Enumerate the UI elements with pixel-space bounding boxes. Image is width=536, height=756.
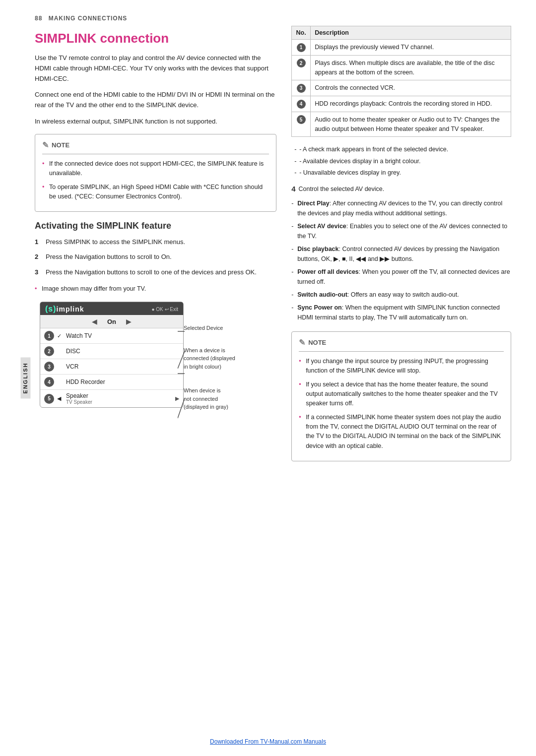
device-label-2: DISC (66, 348, 179, 355)
note-box-1: ✎ NOTE If the connected device does not … (35, 134, 276, 212)
device-row-2: 2 DISC (40, 344, 183, 359)
table-header-desc: Description (311, 26, 511, 40)
simplink-diagram: (s)implink ● OK ↩ Exit ◀ On ▶ 1 (40, 302, 184, 408)
page-container: ENGLISH 88 MAKING CONNECTIONS SIMPLINK c… (0, 0, 536, 756)
language-sidebar: ENGLISH (20, 358, 30, 399)
device-num-2: 2 (44, 346, 54, 356)
intro-paragraph-3: In wireless external output, SIMPLINK fu… (35, 117, 276, 127)
control-sub-5: Switch audio-out: Offers an easy way to … (291, 290, 511, 300)
simplink-controls: ● OK ↩ Exit (152, 307, 179, 312)
note-list-1: If the connected device does not support… (42, 159, 269, 202)
device-check-1: ✓ (57, 333, 64, 339)
annotation-arrows (178, 326, 217, 455)
footer-link[interactable]: Downloaded From TV-Manual.com Manuals (210, 738, 326, 745)
table-row-5: 5 Audio out to home theater speaker or A… (292, 112, 511, 137)
device-label-3: VCR (66, 363, 179, 370)
simplink-logo: (s)implink (45, 305, 84, 314)
table-desc-1: Displays the previously viewed TV channe… (311, 40, 511, 56)
device-check-5: ◀ (57, 395, 64, 402)
table-no-5: 5 (292, 112, 311, 137)
diagram-wrapper: (s)implink ● OK ↩ Exit ◀ On ▶ 1 (35, 297, 276, 413)
section-title: SIMPLINK connection (35, 31, 276, 46)
simplink-header: (s)implink ● OK ↩ Exit (40, 302, 183, 315)
note-label-2: ✎ NOTE (299, 338, 504, 347)
step-2: 2 Press the Navigation buttons to scroll… (35, 252, 276, 262)
step-3: 3 Press the Navigation buttons to scroll… (35, 267, 276, 277)
control-text: Control the selected AV device. (298, 185, 384, 194)
table-desc-3: Controls the connected VCR. (311, 80, 511, 96)
svg-line-3 (178, 398, 185, 418)
table-no-4: 4 (292, 96, 311, 112)
control-sub-3: Disc playback: Control connected AV devi… (291, 244, 511, 264)
note-item-2-3: If a connected SIMPLINK home theater sys… (299, 413, 504, 451)
device-num-1: 1 (44, 331, 54, 341)
control-sub-list: Direct Play: After connecting AV devices… (291, 198, 511, 322)
right-arrow[interactable]: ▶ (126, 317, 132, 325)
steps-list: 1 Press SIMPINK to access the SIMPLINK m… (35, 237, 276, 277)
table-no-3: 3 (292, 80, 311, 96)
control-number: 4 (291, 185, 295, 193)
page-number: 88 MAKING CONNECTIONS (35, 15, 511, 22)
device-label-1: Watch TV (66, 332, 179, 339)
control-item-header: 4 Control the selected AV device. (291, 185, 511, 194)
svg-line-1 (178, 351, 185, 369)
check-bullet-1: - A check mark appears in front of the s… (294, 145, 511, 154)
left-arrow[interactable]: ◀ (92, 317, 97, 325)
on-text: On (107, 318, 116, 325)
note-item-1-2: To operate SIMPLINK, an High Speed HDMI … (42, 183, 269, 202)
control-sub-6: Sync Power on: When the equipment with S… (291, 303, 511, 322)
device-row-3: 3 VCR (40, 359, 183, 375)
simplink-on-row: ◀ On ▶ (40, 315, 183, 328)
device-row-1: 1 ✓ Watch TV (40, 328, 183, 344)
table-header-no: No. (292, 26, 311, 40)
table-row-2: 2 Plays discs. When multiple discs are a… (292, 55, 511, 80)
device-num-5: 5 (44, 394, 54, 404)
image-note: Image shown may differ from your TV. (35, 284, 276, 294)
left-column: SIMPLINK connection Use the TV remote co… (35, 26, 276, 468)
simplink-logo-s: (s) (45, 305, 57, 313)
note-label-1: ✎ NOTE (42, 140, 269, 150)
intro-paragraph-2: Connect one end of the HDMI cable to the… (35, 90, 276, 111)
step-1: 1 Press SIMPINK to access the SIMPLINK m… (35, 237, 276, 247)
device-label-4: HDD Recorder (66, 378, 179, 385)
table-desc-5: Audio out to home theater speaker or Aud… (311, 112, 511, 137)
control-sub-1: Direct Play: After connecting AV devices… (291, 198, 511, 218)
device-label-5: SpeakerTV Speaker (66, 392, 175, 405)
note-icon-2: ✎ (299, 338, 305, 347)
right-column: No. Description 1 Displays the previousl… (291, 26, 511, 468)
note-item-1-1: If the connected device does not support… (42, 159, 269, 179)
table-row-1: 1 Displays the previously viewed TV chan… (292, 40, 511, 56)
note-box-2: ✎ NOTE If you change the input source by… (291, 331, 511, 461)
table-desc-4: HDD recordings playback: Controls the re… (311, 96, 511, 112)
device-row-4: 4 HDD Recorder (40, 375, 183, 390)
check-bullet-3: - Unavailable devices display in grey. (294, 168, 511, 178)
control-sub-4: Power off all devices: When you power of… (291, 267, 511, 287)
device-row-5: 5 ◀ SpeakerTV Speaker ▶ (40, 390, 183, 407)
table-row-3: 3 Controls the connected VCR. (292, 80, 511, 96)
table-no-2: 2 (292, 55, 311, 80)
note-list-2: If you change the input source by pressi… (299, 357, 504, 451)
table-row-4: 4 HDD recordings playback: Controls the … (292, 96, 511, 112)
note-item-2-2: If you select a device that has the home… (299, 380, 504, 409)
table-no-1: 1 (292, 40, 311, 56)
description-table: No. Description 1 Displays the previousl… (291, 26, 511, 137)
check-bullet-2: - Available devices display in a bright … (294, 157, 511, 166)
device-num-4: 4 (44, 377, 54, 387)
device-num-3: 3 (44, 362, 54, 372)
note-item-2-1: If you change the input source by pressi… (299, 357, 504, 376)
check-bullets: - A check mark appears in front of the s… (294, 145, 511, 178)
activating-title: Activating the SIMPLINK feature (35, 221, 276, 231)
control-sub-2: Select AV device: Enables you to select … (291, 221, 511, 241)
note-icon-1: ✎ (42, 140, 49, 150)
table-desc-2: Plays discs. When multiple discs are ava… (311, 55, 511, 80)
intro-paragraph-1: Use the TV remote control to play and co… (35, 53, 276, 84)
